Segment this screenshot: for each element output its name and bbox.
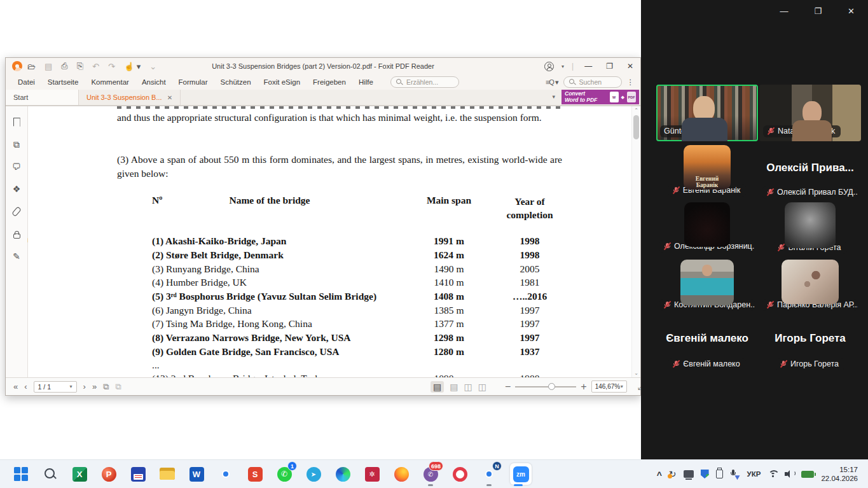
pdf-restore-button[interactable]: ❐ (603, 62, 616, 71)
pdf-minimize-button[interactable]: — (581, 62, 595, 71)
taskbar-edge[interactable] (334, 464, 351, 484)
zoom-slider-knob[interactable] (548, 383, 555, 390)
redo-icon[interactable]: ↷ (108, 62, 115, 71)
taskbar-zoom-active[interactable]: zm (510, 464, 532, 484)
participant-video-tile[interactable]: Nataliia Sribniak (759, 85, 861, 141)
menu-foxit-esign[interactable]: Foxit eSign (258, 76, 307, 88)
taskbar-s-app[interactable]: S (247, 464, 263, 484)
account-icon[interactable] (544, 62, 554, 71)
menu-formular[interactable]: Formular (173, 76, 214, 88)
battery-icon[interactable] (801, 471, 814, 478)
single-page-view-icon[interactable]: ▤ (431, 381, 444, 393)
continuous-view-icon[interactable]: ▤ (450, 382, 458, 392)
snapshot-icon[interactable]: ⧉ (103, 382, 109, 392)
customize-toolbar-icon[interactable]: ⌄ (149, 62, 156, 71)
save-icon[interactable]: ▤ (45, 62, 52, 71)
last-page-icon[interactable]: » (92, 382, 97, 391)
clipboard-icon[interactable]: ⧉ (115, 382, 121, 392)
signature-panel-icon[interactable]: ✎ (13, 252, 20, 261)
undo-icon[interactable]: ↶ (92, 62, 99, 71)
taskbar-opera[interactable] (451, 464, 468, 484)
display-icon[interactable] (684, 470, 694, 478)
taskbar-telegram[interactable]: ➤ (305, 464, 322, 484)
participant-tile[interactable]: Віталій Горета (759, 202, 861, 256)
scrollbar-thumb[interactable] (633, 115, 639, 139)
pdf-close-button[interactable]: ✕ (624, 62, 637, 71)
ad-caret-icon[interactable]: ▾ (552, 94, 555, 100)
zoom-in-icon[interactable]: + (581, 381, 586, 393)
vertical-scrollbar[interactable]: ⌃ ⌄ (631, 106, 640, 377)
bookmarks-panel-icon[interactable] (13, 118, 20, 127)
start-button[interactable] (13, 464, 29, 484)
comments-panel-icon[interactable]: 🗩 (12, 162, 21, 171)
taskbar-chrome[interactable] (217, 464, 234, 484)
scroll-up-icon[interactable]: ⌃ (632, 108, 640, 113)
microphone-location-icon[interactable] (730, 470, 740, 479)
taskbar-whatsapp[interactable]: ✆1 (276, 464, 293, 484)
tellme-search[interactable]: Erzählen... (390, 76, 459, 88)
zoom-restore-button[interactable]: ❐ (809, 6, 826, 16)
participant-video-tile[interactable]: Günter Gäßler (656, 85, 758, 141)
layers-panel-icon[interactable]: ❖ (13, 185, 21, 193)
participant-tile[interactable]: Парієнко Валерія АР... (759, 260, 861, 313)
menu-ansicht[interactable]: Ansicht (136, 76, 172, 88)
pages-panel-icon[interactable]: ⧉ (13, 140, 20, 149)
menu-datei[interactable]: Datei (12, 76, 41, 88)
zoom-out-icon[interactable]: − (505, 381, 511, 393)
menu-freigeben[interactable]: Freigeben (307, 76, 352, 88)
advanced-search-icon[interactable]: ≡Q ▾ (546, 78, 558, 87)
hand-tool-icon[interactable]: ☝ ▾ (124, 62, 141, 71)
pdf-page[interactable]: and thus the appropriate structural conf… (28, 106, 631, 377)
taskbar-clock[interactable]: 15:17 22.04.2026 (821, 465, 862, 483)
page-number-box[interactable]: 1 / 1▾ (34, 381, 77, 393)
participant-tile[interactable]: Євгеній малеко Євгеній малеко (656, 323, 758, 370)
menu-schuetzen[interactable]: Schützen (215, 76, 257, 88)
menu-startseite[interactable]: Startseite (42, 76, 85, 88)
taskbar-save-app[interactable] (130, 464, 146, 484)
taskbar-firefox[interactable] (393, 464, 410, 484)
taskbar-chrome-profile[interactable]: N (481, 464, 497, 484)
open-file-icon[interactable]: 🗁 (27, 62, 36, 71)
zoom-minimize-button[interactable]: — (775, 6, 792, 16)
taskbar-word[interactable]: W (188, 464, 205, 484)
print-icon[interactable]: ⎙ (61, 61, 67, 71)
wifi-icon[interactable] (768, 470, 778, 478)
convert-word-to-pdf-ad[interactable]: ConvertWord to PDF W ◆ PDF (561, 90, 639, 104)
update-sync-icon[interactable]: ↻ (669, 469, 677, 479)
next-page-icon[interactable]: › (83, 382, 86, 391)
account-caret-icon[interactable]: ▾ (561, 64, 564, 69)
tab-start[interactable]: Start (6, 90, 79, 105)
tab-document[interactable]: Unit 3-3 Suspension B... ✕ (79, 90, 181, 105)
facing-view-icon[interactable]: ◫ (464, 382, 472, 392)
zoom-close-button[interactable]: ✕ (843, 6, 859, 16)
usb-icon[interactable] (716, 470, 723, 478)
participant-tile[interactable]: Олексій Прива... Олексій Привал БУД... (759, 145, 861, 199)
security-panel-icon[interactable] (13, 234, 20, 239)
taskbar-powerpoint[interactable]: P (100, 464, 117, 484)
search-input[interactable]: Suchen (563, 76, 622, 88)
zoom-level-box[interactable]: 146,67%▾ (591, 380, 627, 393)
export-page-icon[interactable]: ⎘ (77, 61, 83, 71)
tray-overflow-icon[interactable]: ^ (657, 470, 662, 480)
taskbar-network-app[interactable]: ✲ (364, 464, 380, 484)
taskbar-excel[interactable]: X (71, 464, 88, 484)
participant-tile[interactable]: Костянтин Бондарен... (656, 260, 758, 313)
taskbar-viber[interactable]: ✆698 (422, 464, 439, 484)
participant-tile[interactable]: Евгений Баранік Евгеній Баранік (656, 145, 758, 199)
prev-page-icon[interactable]: ‹ (24, 382, 27, 391)
taskbar-search-button[interactable] (42, 464, 59, 484)
facing-continuous-view-icon[interactable]: ◫ (478, 382, 486, 392)
menu-hilfe[interactable]: Hilfe (353, 76, 379, 88)
language-indicator[interactable]: УКР (747, 470, 761, 478)
more-options-icon[interactable]: ⋮ (627, 78, 635, 87)
security-shield-icon[interactable] (701, 470, 709, 478)
menu-kommentar[interactable]: Kommentar (85, 76, 134, 88)
zoom-slider-track[interactable] (515, 386, 576, 387)
speaker-icon[interactable] (785, 470, 794, 478)
participant-tile[interactable]: Игорь Горета Игорь Горета (759, 323, 861, 370)
tab-close-icon[interactable]: ✕ (167, 94, 172, 101)
scroll-down-icon[interactable]: ⌄ (632, 370, 640, 376)
taskbar-file-explorer[interactable] (159, 464, 176, 484)
participant-tile[interactable]: Олександр Борзяниц... (656, 202, 758, 256)
attachments-panel-icon[interactable] (11, 206, 22, 217)
